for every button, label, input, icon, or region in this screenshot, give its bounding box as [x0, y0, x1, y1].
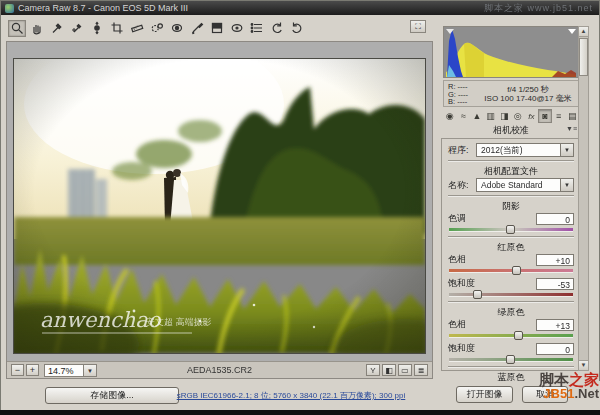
window-title: Camera Raw 8.7 - Canon EOS 5D Mark III — [18, 3, 188, 13]
preview-status-bar: − + 14.7% ▼ AEDA1535.CR2 Y ◧ ▭ ≣ — [7, 361, 432, 378]
svg-text:anwenchao: anwenchao — [40, 308, 162, 332]
divider — [448, 195, 574, 197]
process-label: 程序: — [448, 144, 476, 157]
color-sampler-tool-icon[interactable] — [68, 20, 86, 37]
tab-snapshots[interactable]: ▤ — [565, 109, 579, 123]
b-value: ---- — [457, 97, 467, 106]
scroll-up-icon[interactable]: ▲ — [579, 27, 588, 37]
exposure-info-line2: ISO 100 17-40@17 毫米 — [478, 94, 578, 103]
workflow-options-link[interactable]: sRGB IEC61966-2.1; 8 位; 5760 x 3840 (22.… — [151, 390, 431, 401]
profile-name-label: 名称: — [448, 179, 476, 192]
b-label: B: — [448, 97, 455, 106]
title-bar: Camera Raw 8.7 - Canon EOS 5D Mark III 脚… — [1, 1, 599, 15]
spot-removal-tool-icon[interactable] — [148, 20, 166, 37]
camera-raw-dialog: Camera Raw 8.7 - Canon EOS 5D Mark III 脚… — [0, 0, 600, 410]
slider-label: 色相 — [448, 318, 536, 331]
section-header: 阴影 — [448, 200, 574, 211]
svg-text:安文超 高端摄影: 安文超 高端摄影 — [146, 317, 212, 327]
open-image-button[interactable]: 打开图像 — [456, 386, 513, 403]
crop-tool-icon[interactable] — [108, 20, 126, 37]
rotate-left-button-icon[interactable] — [268, 20, 286, 37]
panel-scrollbar[interactable]: ▲ ▼ — [578, 26, 589, 371]
slider-track[interactable] — [449, 334, 573, 338]
slider-label: 色调 — [448, 212, 536, 225]
divider — [448, 301, 574, 303]
slider-track[interactable] — [449, 293, 573, 297]
panel-title: 相机校准 ▼≡ — [443, 124, 579, 137]
swap-before-after-button[interactable]: ◧ — [382, 364, 396, 376]
camera-calibration-pane: 程序: 2012(当前) ▼ 相机配置文件 名称: Adobe Standard… — [441, 138, 581, 371]
panel-tabs: ◉≈▲▥◨◎fx◙≡▤ — [443, 109, 579, 123]
tab-detail[interactable]: ▲ — [470, 109, 484, 123]
graduated-filter-tool-icon[interactable] — [208, 20, 226, 37]
process-value: 2012(当前) — [476, 143, 561, 157]
app-icon — [5, 4, 14, 13]
histogram-chart — [444, 27, 578, 77]
camera-profile-header: 相机配置文件 — [448, 165, 574, 176]
adjustments-panel: R: ---- G: ---- B: ---- f/4 1/250 秒 ISO … — [437, 16, 599, 379]
tab-hsl-grayscale[interactable]: ▥ — [484, 109, 498, 123]
watermark-url-orange: JB51 — [543, 386, 574, 401]
slider-value-input[interactable]: 0 — [536, 343, 574, 355]
slider-track[interactable] — [449, 228, 573, 232]
watermark-top: 脚本之家 www.jb51.net — [484, 2, 593, 15]
slider-thumb[interactable] — [506, 225, 515, 234]
slider-thumb[interactable] — [514, 331, 523, 340]
toolbar: ⛶ — [1, 15, 434, 41]
scroll-down-icon[interactable]: ▼ — [579, 360, 588, 370]
hand-tool-icon[interactable] — [28, 20, 46, 37]
divider — [448, 366, 574, 368]
slider-value-input[interactable]: +10 — [536, 254, 574, 266]
rotate-right-button-icon[interactable] — [288, 20, 306, 37]
copy-settings-button[interactable]: ▭ — [398, 364, 412, 376]
slider-label: 饱和度 — [448, 342, 536, 355]
tab-camera-calibration[interactable]: ◙ — [538, 109, 552, 123]
slider-track[interactable] — [449, 269, 573, 273]
before-after-toggle-button[interactable]: Y — [366, 364, 380, 376]
preview-options-button[interactable]: ≣ — [414, 364, 428, 376]
histogram — [443, 26, 579, 78]
fullscreen-toggle-button[interactable]: ⛶ — [410, 20, 426, 33]
tab-basic[interactable]: ◉ — [443, 109, 457, 123]
tab-split-toning[interactable]: ◨ — [497, 109, 511, 123]
profile-value: Adobe Standard — [476, 178, 561, 192]
preferences-button-icon[interactable] — [248, 20, 266, 37]
watermark-bottom: 脚本之家 JB51.Net — [539, 373, 599, 401]
red-eye-tool-icon[interactable] — [168, 20, 186, 37]
white-balance-tool-icon[interactable] — [48, 20, 66, 37]
radial-filter-tool-icon[interactable] — [228, 20, 246, 37]
straighten-tool-icon[interactable] — [128, 20, 146, 37]
adjustment-brush-tool-icon[interactable] — [188, 20, 206, 37]
watermark-url-dark: .Net — [574, 386, 599, 401]
targeted-adjustment-tool-icon[interactable] — [88, 20, 106, 37]
desktop-edge — [0, 410, 600, 415]
chevron-down-icon[interactable]: ▼ — [561, 143, 574, 157]
scrollbar-thumb[interactable] — [579, 38, 588, 76]
slider-value-input[interactable]: -53 — [536, 278, 574, 290]
bottom-bar: 存储图像... sRGB IEC61966-2.1; 8 位; 5760 x 3… — [1, 381, 600, 411]
slider-thumb[interactable] — [473, 290, 482, 299]
tab-tone-curve[interactable]: ≈ — [457, 109, 471, 123]
slider-label: 色相 — [448, 253, 536, 266]
process-select[interactable]: 2012(当前) ▼ — [476, 143, 574, 157]
tab-presets[interactable]: ≡ — [552, 109, 566, 123]
slider-value-input[interactable]: +13 — [536, 319, 574, 331]
profile-select[interactable]: Adobe Standard ▼ — [476, 178, 574, 192]
tab-lens-corrections[interactable]: ◎ — [511, 109, 525, 123]
rgb-exposure-readout: R: ---- G: ---- B: ---- f/4 1/250 秒 ISO … — [443, 80, 579, 107]
panel-title-text: 相机校准 — [493, 125, 529, 135]
panel-flyout-menu-icon[interactable]: ▼≡ — [566, 125, 577, 132]
preview-area: anwenchao 安文超 高端摄影 − + 14.7% ▼ AEDA1535.… — [6, 41, 433, 379]
section-header: 红原色 — [448, 241, 574, 252]
zoom-tool-icon[interactable] — [8, 20, 26, 37]
photo-preview[interactable]: anwenchao 安文超 高端摄影 — [14, 59, 425, 353]
slider-track[interactable] — [449, 358, 573, 362]
chevron-down-icon[interactable]: ▼ — [561, 178, 574, 192]
photo-frame: anwenchao 安文超 高端摄影 — [13, 58, 426, 354]
slider-thumb[interactable] — [512, 266, 521, 275]
slider-thumb[interactable] — [506, 355, 515, 364]
section-header: 绿原色 — [448, 306, 574, 317]
slider-value-input[interactable]: 0 — [536, 213, 574, 225]
tab-effects[interactable]: fx — [525, 109, 539, 123]
divider — [448, 160, 574, 162]
